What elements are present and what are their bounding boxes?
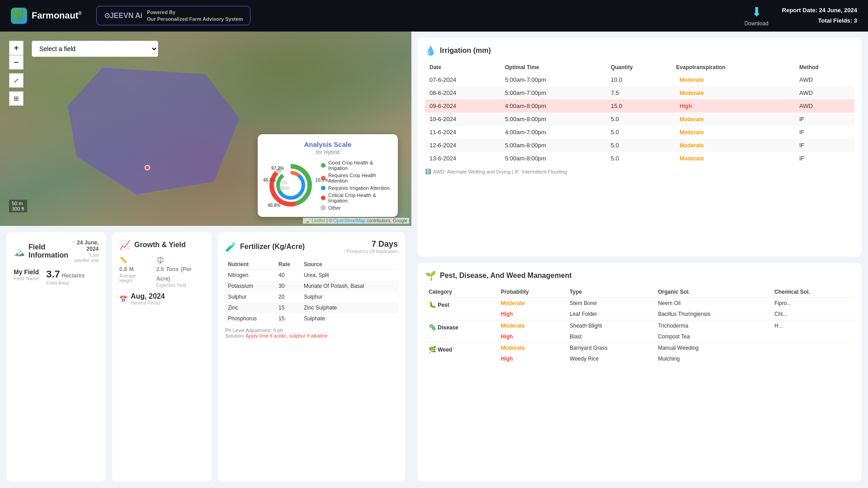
map-marker — [145, 165, 150, 170]
irrigation-table-body: 07-6-2024 5:00am-7:00pm 10.0 Moderate AW… — [425, 73, 854, 165]
bottom-cards: 🏔️ Field Information 24 June, 2024 *Last… — [0, 226, 411, 488]
field-area-col: 3.7 Hectares Field Area — [46, 268, 85, 286]
irr-table-header: Date Optimal Time Quantity Evapotranspir… — [425, 61, 854, 73]
probability-badge: High — [501, 311, 513, 317]
legend-item-requires-irr: Requires Irrigation Attention — [321, 185, 390, 191]
field-select-input[interactable]: Select a field — [32, 41, 158, 57]
analysis-title: Analysis Scale — [266, 141, 390, 148]
header-left: 🌿 Farmonaut® ⊙JEEVN Ai Powered By Our Pe… — [11, 6, 250, 25]
field-info-header: 🏔️ Field Information 24 June, 2024 *Last… — [14, 239, 99, 263]
legend-item-other: Other — [321, 205, 390, 211]
fertilizer-icon: 🧪 — [225, 241, 236, 252]
pest-row: 🐛 Pest Moderate Stem Borer Neem Oil Fipr… — [425, 298, 854, 309]
height-icon: 📏 — [119, 256, 127, 263]
fertilizer-row: Nitrogen 40 Urea, Split — [225, 270, 398, 281]
map-scale: 50 m 300 ft — [9, 200, 27, 212]
irrigation-row: 09-6-2024 4:00am-8:00pm 15.0 High AWD — [425, 99, 854, 113]
evap-badge: Moderate — [676, 76, 708, 84]
analysis-legend: Good Crop Health & Irrigation Requires C… — [321, 160, 390, 211]
harvest-row: 📅 Aug, 2024 Harvest Period — [119, 292, 204, 305]
probability-badge: High — [501, 333, 513, 340]
evap-badge: Moderate — [676, 128, 708, 136]
irrigation-title: Irrigation (mm) — [440, 47, 491, 55]
fertilizer-header: 🧪 Fertilizer (Kg/Acre) 7 Days *Frequency… — [225, 239, 398, 254]
map-attribution: 🍃 Leaflet | © OpenStreetMap contributors… — [303, 218, 409, 224]
irrigation-header: 💧 Irrigation (mm) — [425, 45, 854, 56]
main-content: + − ⤢ ⊞ Select a field 50 m 300 ft Analy… — [0, 32, 868, 488]
growth-metrics: 📏 0.8 M Average Height ⚖️ 2.5 — [119, 256, 204, 288]
fertilizer-table-body: Nitrogen 40 Urea, Split Potassium 30 Mur… — [225, 270, 398, 324]
expand-button[interactable]: ⤢ — [9, 73, 24, 88]
field-info-title: Field Information — [28, 243, 70, 259]
donut-chart: 10.5% 97.2% 45.8% 40.8% 5%Other — [266, 160, 316, 210]
probability-badge: High — [501, 356, 513, 362]
pest-icon: 🌱 — [425, 270, 436, 281]
fertilizer-footer: Ph Level Adjustment: 6 ph Solution: Appl… — [225, 328, 398, 338]
chart-label-458: 45.8% — [263, 178, 276, 183]
growth-title: Growth & Yield — [134, 241, 186, 249]
probability-badge: Moderate — [501, 300, 525, 306]
download-icon: ⬇ — [751, 5, 762, 19]
growth-yield-card: 📈 Growth & Yield 📏 0.8 M Average Height — [112, 232, 212, 482]
jeevn-badge: ⊙JEEVN Ai Powered By Our Personalized Fa… — [96, 6, 251, 25]
analysis-chart-area: 10.5% 97.2% 45.8% 40.8% 5%Other Good Cro… — [266, 160, 390, 211]
fertilizer-action-link[interactable]: Apply lime if acidic, sulphur if alkalin… — [245, 333, 328, 338]
irrigation-row: 07-6-2024 5:00am-7:00pm 10.0 Moderate AW… — [425, 73, 854, 86]
legend-item-good: Good Crop Health & Irrigation — [321, 160, 390, 171]
layers-button[interactable]: ⊞ — [9, 91, 24, 106]
yield-icon: ⚖️ — [156, 256, 164, 263]
pest-row: 🌿 Weed Moderate Barnyard Grass Manual We… — [425, 343, 854, 354]
irrigation-row: 08-6-2024 5:00am-7:00pm 7.5 Moderate AWD — [425, 86, 854, 99]
fertilizer-frequency: 7 Days *Frequency Of Application — [345, 239, 398, 254]
fert-table-header: Nutrient Rate Source — [225, 259, 398, 270]
report-date: Report Date: 24 June, 2024 — [782, 5, 857, 15]
legend-item-critical: Critical Crop Health & Irrigation — [321, 192, 390, 203]
yield-metric: ⚖️ 2.5 Tons (Per Acre) Expected Yield — [156, 256, 204, 288]
map-controls: + − ⤢ ⊞ — [9, 41, 24, 106]
field-name-col: My Field Field Name — [14, 268, 39, 286]
irrigation-row: 11-6-2024 4:00am-7:00pm 5.0 Moderate IF — [425, 126, 854, 139]
header-right: ⬇ Download Report Date: 24 June, 2024 To… — [744, 5, 857, 27]
pest-title: Pest, Disease, And Weed Management — [440, 272, 572, 280]
field-icon: 🏔️ — [14, 246, 25, 257]
chart-label-97: 97.2% — [271, 166, 284, 171]
analysis-popup: Analysis Scale for Hybrid — [258, 134, 398, 217]
zoom-out-button[interactable]: − — [9, 55, 24, 70]
legend-dot-other — [321, 206, 326, 210]
irrigation-card: 💧 Irrigation (mm) Date Optimal Time Quan… — [418, 38, 862, 257]
fertilizer-title: Fertilizer (Kg/Acre) — [240, 243, 305, 251]
map-container[interactable]: + − ⤢ ⊞ Select a field 50 m 300 ft Analy… — [0, 32, 411, 226]
pest-header: 🌱 Pest, Disease, And Weed Management — [425, 270, 854, 281]
field-info-date: 24 June, 2024 *Last satellite visit — [73, 239, 99, 263]
download-label: Download — [744, 20, 768, 27]
fertilizer-row: Sulphur 20 Sulphur — [225, 291, 398, 302]
growth-header: 📈 Growth & Yield — [119, 239, 204, 250]
probability-badge: Moderate — [501, 345, 525, 351]
zoom-in-button[interactable]: + — [9, 41, 24, 55]
chart-label-top: 10.5% — [316, 178, 328, 183]
pest-row: 🦠 Disease Moderate Sheath Blight Trichod… — [425, 320, 854, 331]
irrigation-row: 12-6-2024 5:00am-8:00pm 5.0 Moderate IF — [425, 139, 854, 152]
height-metric: 📏 0.8 M Average Height — [119, 256, 149, 288]
pest-table: Category Probability Type Organic Sol. C… — [425, 286, 854, 364]
evap-badge: High — [676, 102, 696, 110]
pest-table-header: Category Probability Type Organic Sol. C… — [425, 286, 854, 298]
pest-card: 🌱 Pest, Disease, And Weed Management Cat… — [418, 263, 862, 482]
legend-item-requires-ch: Requires Crop Health Attention — [321, 173, 390, 183]
jeevn-subtitle: Powered By Our Personalized Farm Advisor… — [147, 9, 243, 22]
field-select-container[interactable]: Select a field — [32, 41, 158, 57]
field-info-card: 🏔️ Field Information 24 June, 2024 *Last… — [6, 232, 106, 482]
jeevn-logo: ⊙JEEVN Ai — [104, 11, 142, 20]
evap-badge: Moderate — [676, 155, 708, 163]
fertilizer-table: Nutrient Rate Source Nitrogen 40 Urea, S… — [225, 259, 398, 324]
irrigation-table: Date Optimal Time Quantity Evapotranspir… — [425, 61, 854, 165]
fertilizer-card: 🧪 Fertilizer (Kg/Acre) 7 Days *Frequency… — [218, 232, 405, 482]
logo: 🌿 Farmonaut® — [11, 8, 82, 24]
irrigation-footer: ℹ️ AWD: Alternate Wetting and Drying | I… — [425, 169, 854, 174]
total-fields: Total Fields: 3 — [782, 16, 857, 26]
analysis-subtitle: for Hybrid — [266, 149, 390, 155]
download-button[interactable]: ⬇ Download — [744, 5, 768, 27]
evap-badge: Moderate — [676, 115, 708, 123]
fertilizer-row: Phosphorus 15 Sulphate — [225, 313, 398, 324]
irrigation-row: 13-6-2024 5:00am-8:00pm 5.0 Moderate IF — [425, 152, 854, 165]
